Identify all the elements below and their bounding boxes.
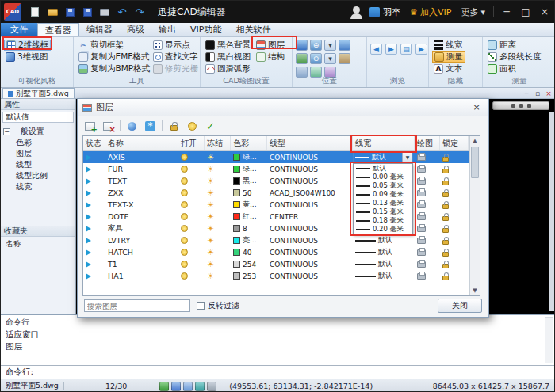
command-input[interactable]: 命令行: [1,365,554,379]
layer-open-toggle[interactable] [178,270,205,282]
layer-lock-toggle[interactable] [440,187,469,199]
print-icon[interactable] [97,5,113,19]
layers-button[interactable]: 图层 [255,40,286,51]
show-points-button[interactable]: 显示点 [151,40,200,51]
tree-root-general-settings[interactable]: − 一般设置 [3,126,75,137]
tree-item[interactable]: 图层 [3,148,75,159]
menu-tab[interactable]: 高级 [120,23,151,36]
maximize-button[interactable]: □ [516,1,535,23]
layer-freeze-toggle[interactable]: ☀ [205,258,231,270]
minimize-button[interactable]: ─ [497,1,516,23]
next-page-icon[interactable]: ▶ [385,44,397,55]
layer-lock-toggle[interactable] [440,223,469,234]
layer-freeze-toggle[interactable]: ☀ [205,223,231,234]
layer-freeze-toggle[interactable]: ☀ [205,175,231,187]
clip-frame-button[interactable]: ✂剪切框架 [77,40,151,51]
layer-lineweight[interactable]: 默认 [353,246,415,258]
lineweight-option[interactable]: 0.13 毫米 [354,199,412,207]
polyline-length-button[interactable]: 多段线长度 [486,51,543,63]
layer-linetype[interactable]: CENTER [267,211,353,223]
layer-plot-toggle[interactable] [415,270,440,282]
column-header-plot[interactable]: 绘图 [415,136,440,150]
delete-layer-button[interactable] [101,120,115,132]
layer-row[interactable]: T1☀254CONTINUOUS默认 [83,258,469,270]
layer-lock-toggle[interactable] [440,163,469,175]
layer-freeze-toggle[interactable]: ☀ [205,163,231,175]
layer-plot-toggle[interactable] [415,246,440,258]
column-header-name[interactable]: 名称 [105,136,178,150]
layer-linetype[interactable]: CONTINUOUS [267,258,353,270]
layer-freeze-toggle[interactable]: ☀ [205,151,231,163]
tree-item[interactable]: 线宽 [3,181,75,192]
zoom-in-icon[interactable]: ▾ [324,40,336,51]
canvas-scrollbar[interactable] [549,112,554,311]
apply-button[interactable]: ✓ [204,120,217,132]
find-text-button[interactable]: 查找文字 [151,51,200,63]
prev-page-icon[interactable]: ◀ [370,44,382,55]
save-as-icon[interactable] [79,5,95,19]
layer-freeze-toggle[interactable]: ☀ [205,246,231,258]
layer-open-toggle[interactable] [178,187,205,199]
layer-color[interactable]: 黄... [231,199,267,211]
layer-linetype[interactable]: CONTINUOUS [267,234,353,246]
zoom-scale-icon[interactable]: ▾ [324,53,336,64]
column-header-lineweight[interactable]: 线宽 [353,136,415,150]
layer-linetype[interactable]: CONTINUOUS [267,175,353,187]
layer-plot-toggle[interactable] [415,187,440,199]
layer-open-toggle[interactable] [178,258,205,270]
lineweight-button[interactable]: 线宽 [432,40,465,51]
tree-item[interactable]: 线型比例 [3,170,75,181]
layer-lineweight[interactable]: 默认 [353,234,415,246]
layer-color[interactable]: 绿... [231,151,267,163]
pages-list-icon[interactable]: ▤ [400,44,412,55]
distance-button[interactable]: 距离 [486,40,543,51]
zoom-extents-icon[interactable] [296,53,308,64]
layer-color[interactable]: 254 [231,258,267,270]
lineweight-option[interactable]: 0.20 毫米 [354,225,412,234]
layer-linetype[interactable]: CONTINUOUS [267,163,353,175]
layer-lineweight[interactable]: 默认 [353,258,415,270]
layer-lock-toggle[interactable] [440,211,469,223]
collapse-icon[interactable]: − [3,128,10,135]
layer-freeze-toggle[interactable]: ☀ [205,199,231,211]
new-file-icon[interactable] [27,5,43,19]
layer-open-toggle[interactable] [178,246,205,258]
grid-snap-icon[interactable] [159,382,169,391]
lineweight-option[interactable]: 0.18 毫米 [354,216,412,225]
text-button[interactable]: A文本 [432,63,465,74]
column-header-open[interactable]: 打开 [178,136,205,150]
more-menu-button[interactable]: 更多 ▾ [461,6,485,18]
thaw-all-button[interactable]: * [144,120,157,132]
tree-item[interactable]: 线型 [3,159,75,170]
layer-open-toggle[interactable] [178,223,205,234]
layer-color[interactable]: 253 [231,270,267,282]
layer-lock-toggle[interactable] [440,234,469,246]
lineweight-select[interactable]: 默认 ▼ [353,151,413,163]
layer-linetype[interactable]: CONTINUOUS [267,270,353,282]
osnap-icon[interactable] [195,382,205,391]
ribbon-3d-view-button[interactable]: 3维视图 [4,51,51,63]
menu-tab[interactable]: 查看器 [37,23,79,36]
user-account[interactable]: 羽卒 [369,6,400,18]
open-file-icon[interactable] [44,5,60,19]
layer-lock-toggle[interactable] [440,258,469,270]
layer-color[interactable]: 绿... [231,163,267,175]
layer-open-toggle[interactable] [178,151,205,163]
join-vip-button[interactable]: ♛ 加入VIP [410,6,451,18]
ribbon-2d-wireframe-button[interactable]: 2维线框 [4,40,51,51]
copy-bmp-button[interactable]: 复制为BMP格式 [77,63,151,74]
doc-minimize-icon[interactable]: ─ [521,89,532,98]
black-background-button[interactable]: 黑色背景 [204,40,252,51]
column-header-status[interactable]: 状态 [83,136,105,150]
floating-toolbar[interactable] [492,101,549,110]
invite-user-icon[interactable] [353,6,360,13]
column-header-freeze[interactable]: 冻结 [205,136,231,150]
layer-plot-toggle[interactable] [415,151,440,163]
layer-on-button[interactable] [125,120,139,132]
layer-plot-toggle[interactable] [415,234,440,246]
lineweight-display-icon[interactable] [207,382,216,391]
dialog-title-bar[interactable]: 图层 × [78,99,488,116]
layer-row[interactable]: HA1☀253CONTINUOUS默认 [83,270,469,282]
smooth-arc-button[interactable]: 圆滑弧形 [204,63,252,74]
column-header-linetype[interactable]: 线型 [267,136,353,150]
